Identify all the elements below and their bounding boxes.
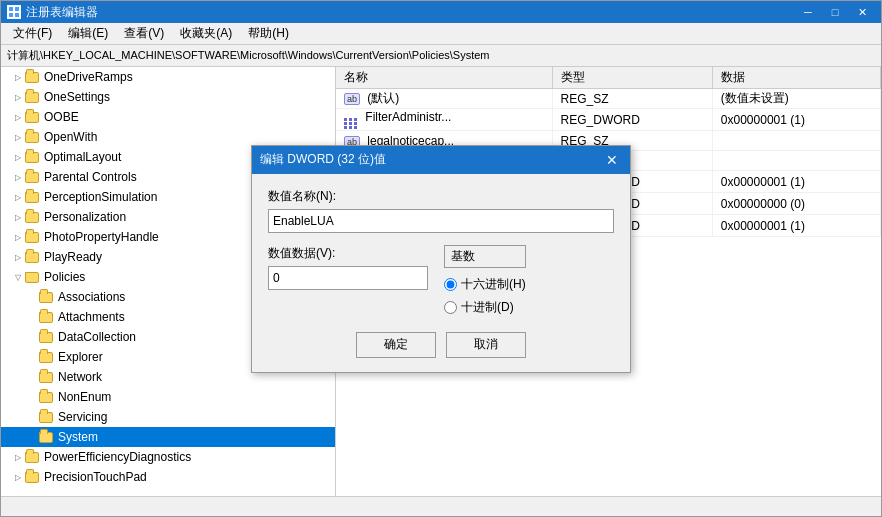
- dialog-buttons: 确定 取消: [268, 332, 614, 358]
- radio-dec-label[interactable]: 十进制(D): [444, 299, 526, 316]
- base-section: 基数 十六进制(H) 十进制(D): [444, 245, 526, 316]
- ok-button[interactable]: 确定: [356, 332, 436, 358]
- data-value-input[interactable]: [268, 266, 428, 290]
- data-row: 数值数据(V): 基数 十六进制(H) 十进制(D): [268, 245, 614, 316]
- radio-hex-label[interactable]: 十六进制(H): [444, 276, 526, 293]
- dialog-close-button[interactable]: ✕: [602, 150, 622, 170]
- name-field-label: 数值名称(N):: [268, 188, 614, 205]
- dialog-overlay: 编辑 DWORD (32 位)值 ✕ 数值名称(N): 数值数据(V): 基数 …: [0, 0, 882, 517]
- radio-dec[interactable]: [444, 301, 457, 314]
- radio-dec-text: 十进制(D): [461, 299, 514, 316]
- name-input[interactable]: [268, 209, 614, 233]
- radio-group: 十六进制(H) 十进制(D): [444, 276, 526, 316]
- base-label: 基数: [444, 245, 526, 268]
- radio-hex-text: 十六进制(H): [461, 276, 526, 293]
- dialog-title-bar: 编辑 DWORD (32 位)值 ✕: [252, 146, 630, 174]
- dialog-title-text: 编辑 DWORD (32 位)值: [260, 151, 602, 168]
- cancel-button[interactable]: 取消: [446, 332, 526, 358]
- data-field-label: 数值数据(V):: [268, 245, 428, 262]
- value-section: 数值数据(V):: [268, 245, 428, 290]
- radio-hex[interactable]: [444, 278, 457, 291]
- edit-dword-dialog: 编辑 DWORD (32 位)值 ✕ 数值名称(N): 数值数据(V): 基数 …: [251, 145, 631, 373]
- dialog-body: 数值名称(N): 数值数据(V): 基数 十六进制(H): [252, 174, 630, 372]
